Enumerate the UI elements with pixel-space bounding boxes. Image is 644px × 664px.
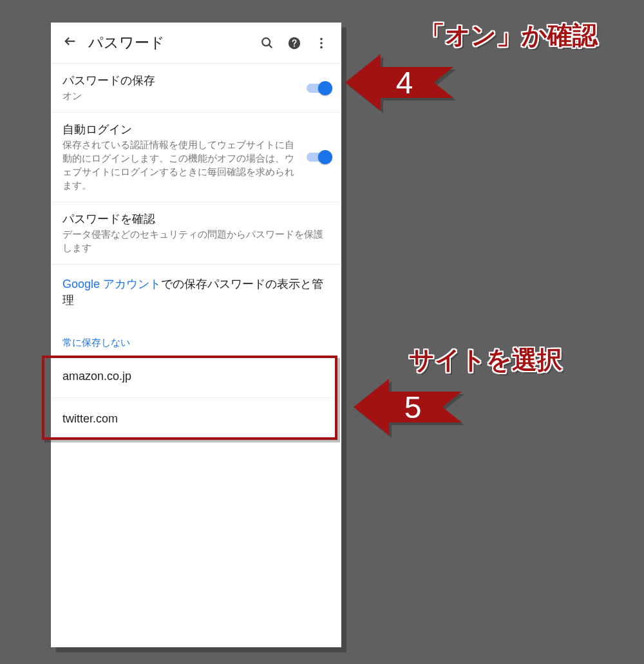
never-save-site-item[interactable]: amazon.co.jp: [51, 356, 341, 397]
never-save-label: 常に保存しない: [51, 320, 341, 356]
annotation-step-4: 「オン」か確認 4: [345, 22, 641, 125]
annotation-step-5: サイトを選択 5: [354, 346, 644, 450]
row-title: パスワードの保存: [62, 73, 298, 88]
row-title: パスワードを確認: [62, 211, 330, 227]
save-passwords-toggle[interactable]: [307, 84, 330, 93]
svg-point-4: [320, 42, 323, 44]
never-save-list-container: amazon.co.jp twitter.com: [51, 356, 341, 440]
page-title: パスワード: [83, 33, 254, 53]
google-account-link[interactable]: Google アカウント: [62, 278, 161, 290]
annotation-number: 4: [396, 65, 413, 100]
google-account-notice: Google アカウントでの保存パスワードの表示と管理: [51, 264, 341, 320]
overflow-menu-icon[interactable]: [308, 36, 335, 50]
check-passwords-row[interactable]: パスワードを確認 データ侵害などのセキュリティの問題からパスワードを保護します: [51, 202, 341, 264]
svg-point-3: [320, 37, 323, 40]
app-bar: パスワード: [51, 23, 341, 63]
back-button[interactable]: [57, 33, 83, 53]
row-title: 自動ログイン: [62, 122, 298, 137]
svg-point-5: [320, 46, 323, 48]
search-icon[interactable]: [254, 36, 281, 50]
row-description: データ侵害などのセキュリティの問題からパスワードを保護します: [62, 228, 330, 255]
svg-point-2: [294, 45, 295, 46]
auto-login-toggle[interactable]: [307, 153, 330, 162]
help-icon[interactable]: [281, 36, 308, 50]
never-save-site-item[interactable]: twitter.com: [51, 397, 341, 440]
row-description: 保存されている認証情報を使用してウェブサイトに自動的にログインします。この機能が…: [62, 138, 298, 193]
annotation-text: 「オン」か確認: [420, 18, 598, 53]
auto-login-row[interactable]: 自動ログイン 保存されている認証情報を使用してウェブサイトに自動的にログインしま…: [51, 112, 341, 202]
row-status: オン: [62, 90, 298, 103]
annotation-number: 5: [404, 390, 422, 425]
password-settings-screen: パスワード パスワードの保存 オン 自動ログイン 保存されている認証情報を使用し…: [51, 23, 341, 647]
save-passwords-row[interactable]: パスワードの保存 オン: [51, 63, 341, 112]
annotation-text: サイトを選択: [409, 343, 562, 377]
svg-point-0: [262, 38, 270, 46]
